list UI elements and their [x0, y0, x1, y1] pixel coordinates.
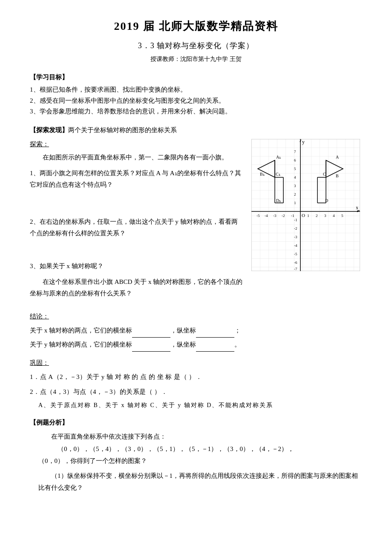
gonggu-q2: 2．点（4，3）与点（4，－3）的关系是（ ）． [30, 386, 362, 398]
svg-text:-2: -2 [282, 214, 285, 218]
teacher-info: 授课教师：沈阳市第十九中学 王贺 [30, 54, 362, 64]
svg-text:-4: -4 [294, 243, 297, 248]
conclusion-line2-pre: 关于 y 轴对称的两点，它们的横坐标 [30, 341, 132, 348]
explore-text-col: 探索： 在如图所示的平面直角坐标系中，第一、二象限内各有一面小旗。 1、两面小旗… [30, 139, 243, 304]
svg-text:3: 3 [294, 184, 296, 188]
conclusion-block: 结论： 关于 x 轴对称的两点，它们的横坐标，纵坐标； 关于 y 轴对称的两点，… [30, 309, 362, 352]
conclusion-line1-pre: 关于 x 轴对称的两点，它们的横坐标 [30, 327, 132, 334]
goal-3: 3、学会形象思维能力、培养数形结合的意识，并用来分析、解决问题。 [30, 106, 362, 117]
svg-text:-3: -3 [294, 235, 297, 239]
coordinate-graph-svg: x y O -5 -4 -3 -2 -1 1 2 3 4 5 7 6 [251, 139, 360, 271]
svg-text:-5: -5 [294, 252, 297, 256]
gonggu-q1: 1．点 A（2，－3）关于 y 轴 对 称 的 点 的 坐 标 是（ ）． [30, 371, 362, 383]
svg-text:-6: -6 [294, 260, 297, 265]
label-b1: B₁ [260, 172, 265, 176]
svg-text:1: 1 [307, 214, 309, 218]
x-axis-label: x [356, 205, 358, 211]
explore-header-rest: 两个关于坐标轴对称的图形的坐标关系 [68, 127, 177, 133]
explore-two-col: 探索： 在如图所示的平面直角坐标系中，第一、二象限内各有一面小旗。 1、两面小旗… [30, 139, 362, 304]
liti-content: 在平面直角坐标系中依次连接下列各点： （0，0），（5，4），（3，0），（5，… [38, 431, 362, 494]
svg-text:-2: -2 [294, 226, 297, 231]
svg-text:4: 4 [333, 214, 335, 218]
page-container: 2019 届 北师大版数学精品资料 3．3 轴对称与坐标变化（学案） 授课教师：… [30, 17, 362, 494]
study-goals-label: 【学习目标】 [30, 72, 362, 83]
svg-text:-4: -4 [265, 214, 268, 218]
liti-intro: 在平面直角坐标系中依次连接下列各点： [38, 431, 362, 443]
conclusion-line1: 关于 x 轴对称的两点，它们的横坐标，纵坐标； [30, 324, 362, 338]
svg-text:4: 4 [294, 175, 296, 179]
conclusion-line2: 关于 y 轴对称的两点，它们的横坐标，纵坐标。 [30, 338, 362, 352]
coordinate-graph-col: x y O -5 -4 -3 -2 -1 1 2 3 4 5 7 6 [251, 139, 362, 275]
svg-text:5: 5 [294, 167, 296, 171]
svg-text:2: 2 [316, 214, 318, 218]
gonggu-options: A、关于原点对称 B、关于 x 轴对称 C、关于 y 轴对称 D、不能构成对称关… [38, 400, 362, 410]
liti-label: 【例题分析】 [30, 417, 362, 428]
label-c: C [323, 172, 326, 176]
explore-header-bold: 【探索发现】 [30, 127, 68, 133]
svg-text:-1: -1 [294, 218, 297, 222]
label-c1: C₁ [276, 172, 280, 176]
goal-2: 2、感受在同一坐标系中图形中点的坐标变化与图形变化之间的关系。 [30, 95, 362, 107]
study-goals-items: 1、根据已知条件，按要求画图、找出图中变换的坐标。 2、感受在同一坐标系中图形中… [30, 84, 362, 117]
conclusion-line2-mid: ，纵坐标 [170, 341, 196, 348]
conclusion-line1-mid: ，纵坐标 [170, 327, 196, 334]
gonggu-block: 巩固： 1．点 A（2，－3）关于 y 轴 对 称 的 点 的 坐 标 是（ ）… [30, 358, 362, 410]
liti-points2: （0，0），你得到了一个怎样的图案？ [38, 455, 362, 467]
svg-text:6: 6 [294, 158, 296, 162]
svg-text:-1: -1 [291, 214, 294, 218]
conclusion-label: 结论： [30, 313, 49, 320]
svg-rect-1 [251, 139, 360, 271]
y-axis-label: y [302, 139, 305, 145]
liti-block: 【例题分析】 在平面直角坐标系中依次连接下列各点： （0，0），（5，4），（3… [30, 417, 362, 494]
explore-q2: 2、在右边的坐标系内，任取一点，做出这个点关于 y 轴对称的点，看看两个点的坐标… [30, 216, 243, 239]
label-d: D [325, 198, 328, 203]
label-d1: D₁ [276, 198, 281, 203]
explore-q1: 1、两面小旗之间有怎样的位置关系？对应点 A 与 A₁的坐标有什么特点？其它对应… [30, 168, 243, 191]
explore-header: 【探索发现】两个关于坐标轴对称的图形的坐标关系 [30, 125, 362, 136]
svg-text:3: 3 [324, 214, 326, 218]
blank-4 [196, 351, 234, 352]
svg-text:-7: -7 [294, 267, 297, 271]
svg-text:2: 2 [294, 192, 296, 197]
label-a: A [336, 155, 339, 159]
liti-q1: （1）纵坐标保持不变，横坐标分别乘以－1，再将所得的点用线段依次连接起来，所得的… [38, 470, 362, 494]
svg-text:1: 1 [294, 201, 296, 205]
explore-q3: 3、如果关于 x 轴对称呢？ [30, 260, 243, 272]
main-title: 2019 届 北师大版数学精品资料 [30, 17, 362, 36]
svg-text:5: 5 [341, 214, 343, 218]
label-a1: A₁ [276, 155, 281, 159]
gonggu-label: 巩固： [30, 358, 362, 369]
liti-points: （0，0），（5，4），（3，0），（5，1），（5，－1），（3，0），（4，… [38, 443, 362, 455]
sub-title: 3．3 轴对称与坐标变化（学案） [30, 39, 362, 52]
explore-sub-label: 探索： [30, 139, 243, 150]
blank-3 [132, 351, 170, 352]
conclusion-line1-end: ； [234, 327, 241, 334]
explore-q3-detail: 在这个坐标系里作出小旗 ABCD 关于 x 轴的对称图形，它的各个顶点的坐标与原… [30, 276, 243, 299]
goal-1: 1、根据已知条件，按要求画图、找出图中变换的坐标。 [30, 84, 362, 95]
svg-text:-3: -3 [273, 214, 277, 218]
label-b: B [336, 173, 339, 178]
conclusion-line2-end: 。 [234, 341, 241, 348]
explore-intro: 在如图所示的平面直角坐标系中，第一、二象限内各有一面小旗。 [30, 152, 243, 163]
origin-label: O [302, 213, 305, 218]
svg-text:7: 7 [294, 150, 296, 154]
svg-text:-5: -5 [257, 214, 260, 218]
